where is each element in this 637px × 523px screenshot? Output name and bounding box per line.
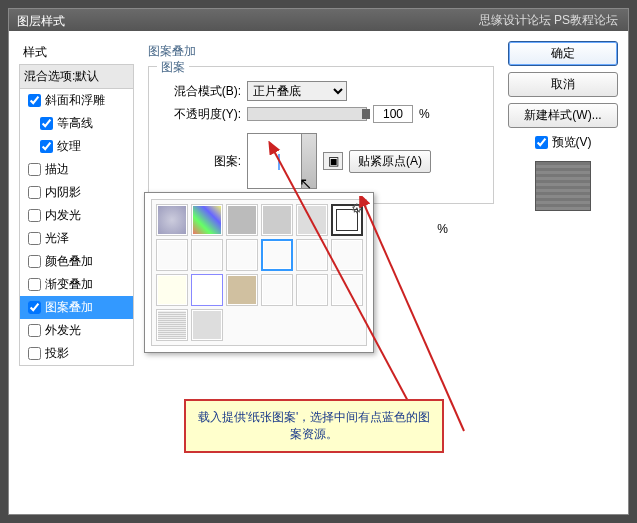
pattern-cell[interactable] [331,274,363,306]
titlebar[interactable]: 图层样式 思缘设计论坛 PS教程论坛 [9,9,628,31]
checkbox-color-overlay[interactable] [28,255,41,268]
style-item-texture[interactable]: 纹理 [20,135,133,158]
pattern-cell[interactable] [156,204,188,236]
checkbox-inner-shadow[interactable] [28,186,41,199]
opacity-input[interactable] [373,105,413,123]
ok-button[interactable]: 确定 [508,41,618,66]
window-title: 图层样式 [17,14,65,28]
main-panel: 图案叠加 图案 混合模式(B): 正片叠底 不透明度(Y): % 图案: ▣ [144,41,498,366]
new-style-button[interactable]: 新建样式(W)... [508,103,618,128]
blend-mode-select[interactable]: 正片叠底 [247,81,347,101]
dialog-content: 样式 混合选项:默认 斜面和浮雕 等高线 纹理 描边 内阴影 内发光 光泽 颜色… [9,31,628,376]
blend-mode-label: 混合模式(B): [161,83,241,100]
style-item-gradient-overlay[interactable]: 渐变叠加 [20,273,133,296]
style-item-inner-shadow[interactable]: 内阴影 [20,181,133,204]
fieldset-title: 图案 [157,59,189,76]
style-item-bevel[interactable]: 斜面和浮雕 [20,89,133,112]
slider-handle-icon[interactable] [362,109,370,119]
layer-style-dialog: 图层样式 思缘设计论坛 PS教程论坛 样式 混合选项:默认 斜面和浮雕 等高线 … [8,8,629,515]
pattern-fieldset: 图案 混合模式(B): 正片叠底 不透明度(Y): % 图案: ▣ 贴紧原点(A… [148,66,494,204]
pattern-new-button[interactable]: ▣ [323,152,343,170]
pattern-cell[interactable] [156,274,188,306]
checkbox-texture[interactable] [40,140,53,153]
opacity-label: 不透明度(Y): [161,106,241,123]
style-item-drop-shadow[interactable]: 投影 [20,342,133,365]
style-item-stroke[interactable]: 描边 [20,158,133,181]
style-item-satin[interactable]: 光泽 [20,227,133,250]
main-title: 图案叠加 [144,41,498,62]
cursor-icon: ↖ [299,174,312,193]
snap-origin-button[interactable]: 贴紧原点(A) [349,150,431,173]
pattern-cell[interactable] [191,204,223,236]
pattern-cell[interactable] [226,274,258,306]
checkbox-bevel[interactable] [28,94,41,107]
pattern-cell-selected[interactable] [261,239,293,271]
pattern-cell[interactable] [331,239,363,271]
blend-options-header[interactable]: 混合选项:默认 [19,64,134,89]
cancel-button[interactable]: 取消 [508,72,618,97]
preview-label: 预览(V) [552,134,592,151]
checkbox-gradient-overlay[interactable] [28,278,41,291]
style-item-pattern-overlay[interactable]: 图案叠加 [20,296,133,319]
pattern-cell[interactable] [261,204,293,236]
preview-swatch [535,161,591,211]
pattern-cell[interactable] [191,274,223,306]
opacity-slider[interactable] [247,107,367,121]
pattern-cell[interactable] [226,204,258,236]
percent-label: % [419,107,430,121]
gear-icon[interactable]: ⚙ [351,201,363,216]
pattern-cell[interactable] [191,309,223,341]
checkbox-pattern-overlay[interactable] [28,301,41,314]
style-item-outer-glow[interactable]: 外发光 [20,319,133,342]
pattern-label: 图案: [161,153,241,170]
sidebar-title: 样式 [19,41,134,64]
pattern-cell[interactable] [156,309,188,341]
annotation-callout: 载入提供'纸张图案'，选择中间有点蓝色的图案资源。 [184,399,444,453]
style-item-contour[interactable]: 等高线 [20,112,133,135]
pattern-grid [151,199,367,346]
style-item-color-overlay[interactable]: 颜色叠加 [20,250,133,273]
pattern-picker-popup: ⚙ [144,192,374,353]
checkbox-contour[interactable] [40,117,53,130]
checkbox-inner-glow[interactable] [28,209,41,222]
pattern-cell[interactable] [226,239,258,271]
pattern-cell[interactable] [296,274,328,306]
sidebar: 样式 混合选项:默认 斜面和浮雕 等高线 纹理 描边 内阴影 内发光 光泽 颜色… [19,41,134,366]
right-panel: 确定 取消 新建样式(W)... 预览(V) [508,41,618,366]
preview-check[interactable]: 预览(V) [535,134,592,151]
checkbox-stroke[interactable] [28,163,41,176]
watermark: 思缘设计论坛 PS教程论坛 [479,12,618,29]
pattern-cell[interactable] [191,239,223,271]
checkbox-drop-shadow[interactable] [28,347,41,360]
checkbox-satin[interactable] [28,232,41,245]
style-list: 斜面和浮雕 等高线 纹理 描边 内阴影 内发光 光泽 颜色叠加 渐变叠加 图案叠… [19,89,134,366]
pattern-cell[interactable] [156,239,188,271]
pattern-cell[interactable] [261,274,293,306]
pattern-cell[interactable] [296,239,328,271]
preview-checkbox[interactable] [535,136,548,149]
checkbox-outer-glow[interactable] [28,324,41,337]
scale-percent: % [437,222,448,236]
svg-line-3 [364,204,464,431]
pattern-cell[interactable] [296,204,328,236]
style-item-inner-glow[interactable]: 内发光 [20,204,133,227]
